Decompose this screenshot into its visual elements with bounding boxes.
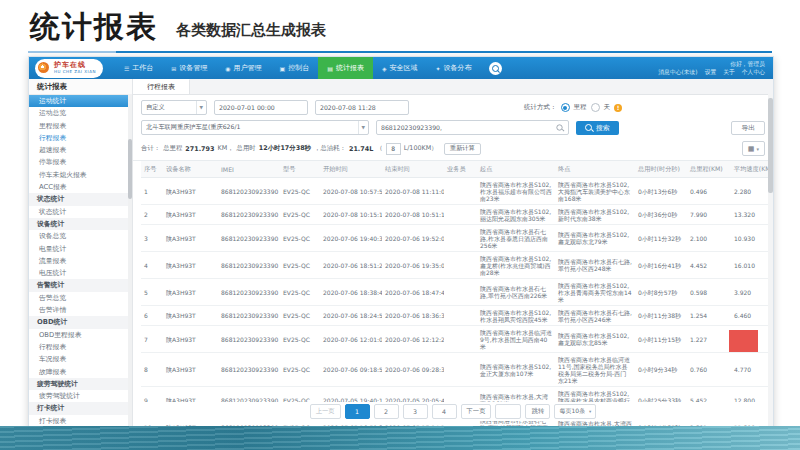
app-logo[interactable]: 护车在线 HU CHE ZAI XIAN: [35, 59, 103, 78]
page-subtitle: 各类数据汇总生成报表: [176, 21, 326, 48]
console-icon: ▣: [280, 65, 286, 72]
fuel-rate-input[interactable]: 8: [386, 143, 401, 155]
table-row: 8陕A3H93T868120230923390EV25-QC2020-07-06…: [141, 353, 773, 387]
sidebar-item[interactable]: 告警详情: [29, 304, 132, 316]
sidebar-item[interactable]: 运动总览: [29, 107, 132, 119]
header-divider: [28, 51, 772, 53]
app-body: 统计报表 运动统计运动总览里程报表行程报表超速报表停靠报表停车未熄火报表ACC报…: [29, 79, 773, 428]
nav-search-button[interactable]: [489, 62, 502, 75]
summary-bar: 合计： 总里程 271.793 KM， 总用时 12小时17分38秒 ，总油耗：…: [133, 140, 773, 161]
next-page-button[interactable]: 下一页: [461, 404, 492, 419]
content-scrollbar[interactable]: [768, 94, 773, 428]
column-header: 结束时间: [382, 161, 444, 178]
total-fuel-label: ，总油耗：: [314, 144, 346, 153]
radio-mileage[interactable]: [561, 103, 570, 112]
nav-item-console[interactable]: ▣控制台: [271, 57, 319, 79]
sidebar-item[interactable]: 停车未熄火报表: [29, 169, 132, 181]
sidebar-item[interactable]: 车况报表: [29, 353, 132, 365]
cell: 16.010: [731, 252, 773, 279]
column-header: 平均速度(KM/H): [731, 161, 773, 178]
radio-day[interactable]: [591, 103, 600, 112]
cell: 0小时13分6秒: [635, 178, 687, 205]
table-header-row: 序号设备名称IMEI型号开始时间结束时间业务员起点终点总用时(时分秒)总里程(K…: [141, 161, 773, 178]
nav-item-device-manage[interactable]: ⊞设备管理: [162, 57, 216, 79]
jump-button[interactable]: 跳转: [525, 404, 550, 419]
sidebar-item[interactable]: 电压统计: [29, 267, 132, 279]
sidebar-item[interactable]: 故障报表: [29, 366, 132, 378]
sidebar-item[interactable]: 超速报表: [29, 144, 132, 156]
sidebar-scrollbar-thumb[interactable]: [128, 139, 132, 199]
chevron-down-icon: ▼: [196, 101, 206, 114]
sidebar-item[interactable]: 设备总览: [29, 230, 132, 242]
nav-item-report[interactable]: ▤统计报表: [318, 57, 373, 79]
page-button[interactable]: 2: [374, 404, 399, 419]
imei-value: 868120230923390,: [381, 124, 556, 131]
column-header: 业务员: [444, 161, 477, 178]
imei-input[interactable]: 868120230923390,: [376, 120, 569, 135]
cell: 陕A3H93T: [163, 252, 218, 279]
page-button[interactable]: 1: [345, 404, 370, 419]
cell: 陕西省商洛市柞水县S102,柞水县青海商务宾馆东南14米: [555, 279, 635, 306]
nav-menu: ☰工作台⊞设备管理◉用户管理▣控制台▤统计报表◈安全区域✦设备分布: [115, 57, 481, 79]
nav-item-workbench[interactable]: ☰工作台: [115, 57, 162, 79]
message-center-link[interactable]: 消息中心(未读): [658, 69, 697, 75]
sidebar-item[interactable]: 行程报表: [29, 341, 132, 353]
nav-user-area: 你好，管理员 消息中心(未读)设置关于个人中心: [651, 60, 767, 76]
sidebar-item[interactable]: 告警总览: [29, 292, 132, 304]
sidebar-item[interactable]: OBD里程报表: [29, 329, 132, 341]
sidebar-item[interactable]: 运动统计: [29, 95, 132, 107]
cell: 4: [141, 252, 163, 279]
cell: 陕A3H93T: [163, 306, 218, 326]
about-link[interactable]: 关于: [723, 69, 735, 75]
sidebar-item[interactable]: 状态统计: [29, 206, 132, 218]
filters: 自定义 ▼ 2020-07-01 00:00 2020-07-08 11:28 …: [133, 95, 773, 140]
nav-item-device-distribution[interactable]: ✦设备分布: [427, 57, 481, 79]
search-submit-button[interactable]: 搜索: [576, 121, 619, 135]
cell: 1.254: [687, 306, 731, 326]
cell: 陕西省商洛市柞水县石七路,翠竹苑小区西南226米: [477, 279, 555, 306]
cell: 陕A3H93T: [163, 353, 218, 387]
page-button[interactable]: 4: [432, 404, 457, 419]
sidebar-item[interactable]: 行程报表: [29, 132, 132, 144]
nav-item-safe-zone[interactable]: ◈安全区域: [373, 57, 427, 79]
profile-link[interactable]: 个人中心: [742, 69, 765, 75]
date-range-value: 自定义: [146, 103, 196, 112]
sidebar-item[interactable]: ACC报表: [29, 181, 132, 193]
page-button[interactable]: 3: [403, 404, 428, 419]
sidebar-scrollbar[interactable]: [128, 94, 132, 428]
sidebar-item[interactable]: 流量报表: [29, 255, 132, 267]
total-duration-value: 12小时17分38秒: [259, 144, 311, 153]
cell: 2020-07-06 18:24:57: [320, 306, 382, 326]
start-date-input[interactable]: 2020-07-01 00:00: [214, 100, 308, 115]
content-scrollbar-thumb[interactable]: [768, 98, 773, 193]
fuel-rate-unit: L/100KM）: [404, 144, 438, 153]
cell: 2.100: [687, 225, 731, 252]
device-group-select[interactable]: 北斗车联网重庆护车星(重庆626/1 ▼: [141, 120, 369, 135]
sidebar-item[interactable]: 疲劳驾驶统计: [29, 390, 132, 402]
settings-link[interactable]: 设置: [705, 69, 717, 75]
date-range-select[interactable]: 自定义 ▼: [141, 100, 207, 115]
sidebar-item[interactable]: 停靠报表: [29, 156, 132, 168]
magnifier-icon[interactable]: [556, 124, 562, 130]
page-size-select[interactable]: 每页10条▾: [554, 404, 596, 419]
radio-mileage-label[interactable]: 里程: [574, 103, 587, 112]
recalculate-button[interactable]: 重新计算: [444, 143, 481, 155]
cell: 2: [141, 205, 163, 225]
cell: 陕西省商洛市柞水县石七路,翠竹苑小区西248米: [555, 252, 635, 279]
export-button[interactable]: 导出: [731, 121, 765, 135]
cell: 2020-07-06 18:51:21: [320, 252, 382, 279]
column-settings-button[interactable]: ▦ ▾: [742, 141, 765, 156]
sidebar-item[interactable]: 里程报表: [29, 120, 132, 132]
cell: 0小时8分57秒: [635, 279, 687, 306]
warning-icon: !: [614, 104, 622, 112]
nav-item-user-manage[interactable]: ◉用户管理: [216, 57, 270, 79]
tab-trip-report[interactable]: 行程报表: [133, 79, 190, 94]
sidebar-item[interactable]: 电量统计: [29, 243, 132, 255]
sidebar-section: 状态统计: [29, 193, 132, 205]
radio-day-label[interactable]: 天: [604, 103, 611, 112]
nav-quick-links: 消息中心(未读)设置关于个人中心: [651, 68, 765, 76]
prev-page-button[interactable]: 上一页: [310, 404, 341, 419]
jump-page-input[interactable]: [495, 404, 521, 419]
end-date-input[interactable]: 2020-07-08 11:28: [315, 100, 409, 115]
safe-zone-icon: ◈: [382, 65, 387, 72]
